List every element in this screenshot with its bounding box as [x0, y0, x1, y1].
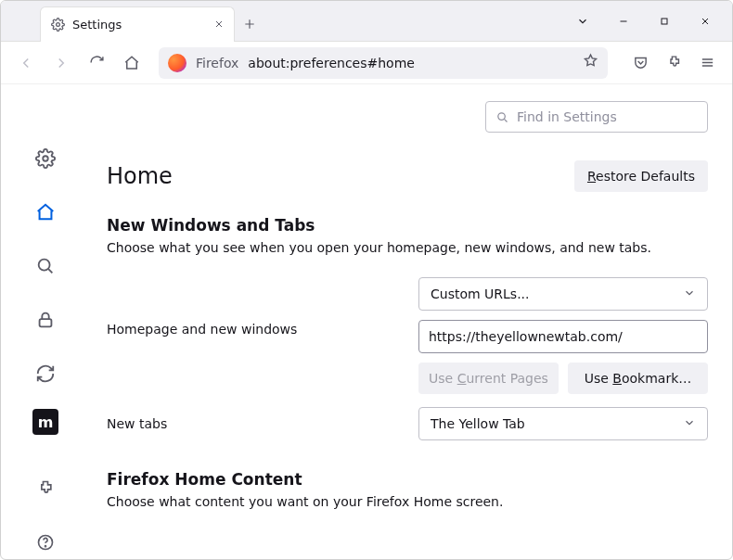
sidebar-home-icon[interactable]: [27, 194, 64, 231]
forward-button[interactable]: [45, 47, 77, 79]
firefox-icon: [168, 54, 186, 72]
url-brand: Firefox: [196, 56, 238, 70]
content-area: m Find in Settings Home Restore Defaults…: [1, 84, 732, 560]
search-icon: [495, 110, 509, 124]
sidebar-extensions-icon[interactable]: [27, 470, 64, 507]
close-icon[interactable]: [213, 18, 225, 32]
sidebar-sync-icon[interactable]: [27, 355, 64, 392]
section-new-windows-desc: Choose what you see when you open your h…: [107, 240, 708, 255]
search-placeholder: Find in Settings: [517, 109, 617, 124]
url-text: about:preferences#home: [248, 56, 573, 70]
sidebar-more-icon[interactable]: m: [32, 409, 58, 435]
svg-rect-4: [40, 319, 52, 326]
sidebar-help-icon[interactable]: [27, 524, 64, 560]
tabs-dropdown-button[interactable]: [563, 3, 602, 40]
homepage-dropdown-value: Custom URLs...: [431, 286, 530, 301]
nav-toolbar: Firefox about:preferences#home: [1, 42, 732, 84]
settings-search-input[interactable]: Find in Settings: [485, 101, 708, 133]
tab-title: Settings: [72, 18, 206, 32]
homepage-url-input[interactable]: [418, 320, 708, 353]
maximize-button[interactable]: [645, 3, 684, 40]
settings-sidebar: m: [1, 84, 90, 560]
new-tab-button[interactable]: [235, 6, 264, 41]
restore-defaults-button[interactable]: Restore Defaults: [574, 160, 708, 192]
menu-icon[interactable]: [691, 47, 723, 79]
use-bookmark-button[interactable]: Use Bookmark…: [568, 363, 708, 394]
titlebar: Settings: [1, 1, 732, 42]
newtabs-label: New tabs: [107, 416, 418, 431]
page-title: Home: [107, 163, 173, 189]
minimize-button[interactable]: [604, 3, 643, 40]
bookmark-star-icon[interactable]: [583, 53, 598, 72]
back-button[interactable]: [10, 47, 42, 79]
close-window-button[interactable]: [686, 3, 725, 40]
extensions-icon[interactable]: [658, 47, 689, 79]
section-home-content-desc: Choose what content you want on your Fir…: [107, 494, 708, 509]
svg-rect-1: [662, 19, 667, 24]
homepage-label: Homepage and new windows: [107, 277, 418, 337]
url-bar[interactable]: Firefox about:preferences#home: [159, 47, 608, 79]
use-current-pages-button[interactable]: Use Current Pages: [418, 363, 559, 394]
reload-button[interactable]: [81, 47, 112, 79]
svg-point-7: [498, 112, 506, 120]
svg-point-0: [56, 23, 59, 27]
homepage-dropdown[interactable]: Custom URLs...: [418, 277, 708, 311]
sidebar-search-icon[interactable]: [27, 248, 64, 285]
chevron-down-icon: [683, 416, 696, 432]
section-home-content-title: Firefox Home Content: [107, 470, 708, 489]
chevron-down-icon: [683, 286, 696, 302]
svg-point-2: [43, 156, 48, 161]
section-new-windows-title: New Windows and Tabs: [107, 216, 708, 235]
settings-main: Find in Settings Home Restore Defaults N…: [90, 84, 732, 560]
newtabs-dropdown[interactable]: The Yellow Tab: [418, 407, 708, 440]
svg-point-6: [45, 546, 46, 547]
sidebar-general-icon[interactable]: [27, 140, 64, 177]
sidebar-privacy-icon[interactable]: [27, 301, 64, 338]
window-controls: [563, 1, 732, 41]
svg-point-3: [39, 260, 50, 271]
browser-tab[interactable]: Settings: [40, 6, 235, 42]
gear-icon: [50, 18, 65, 32]
home-button[interactable]: [116, 47, 148, 79]
pocket-icon[interactable]: [624, 47, 656, 79]
newtabs-dropdown-value: The Yellow Tab: [431, 416, 525, 431]
